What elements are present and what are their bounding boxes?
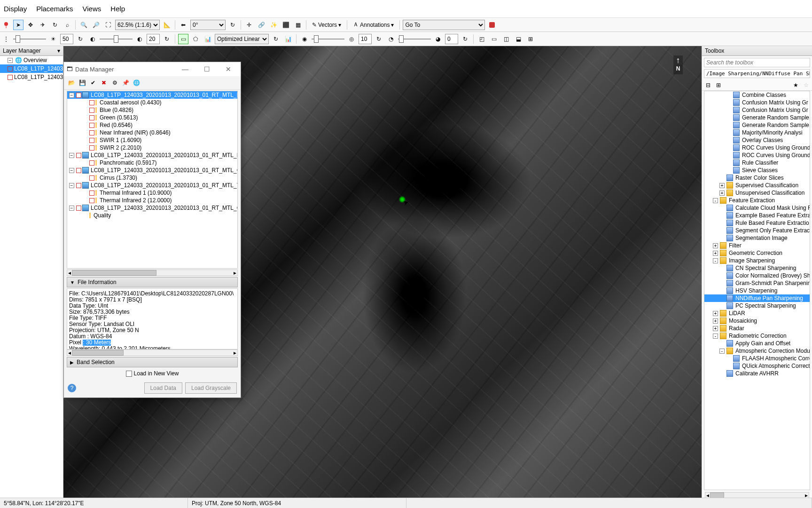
toolbox-tree-item[interactable]: Segment Only Feature Extract bbox=[704, 227, 810, 234]
refresh-icon[interactable]: ↻ bbox=[75, 34, 86, 44]
toolbox-tree-item[interactable]: Example Based Feature Extrac bbox=[704, 212, 810, 219]
data-tree-item[interactable]: Cirrus (1.3730) bbox=[67, 174, 237, 182]
zoom-box-icon[interactable]: ⌕ bbox=[62, 20, 72, 30]
portal-icon[interactable]: ◰ bbox=[476, 34, 487, 44]
toolbox-tree-item[interactable]: +Geometric Correction bbox=[704, 249, 810, 257]
toolbox-tree-item[interactable]: PC Spectral Sharpening bbox=[704, 302, 810, 310]
toolbox-tree-item[interactable]: ROC Curves Using Ground T bbox=[704, 144, 810, 151]
file-information-header[interactable]: ▼File Information bbox=[67, 277, 238, 287]
zoom-extent-icon[interactable]: ⛶ bbox=[103, 20, 113, 30]
minimize-icon[interactable]: — bbox=[176, 65, 195, 73]
favorite-off-icon[interactable]: ☆ bbox=[802, 81, 810, 89]
data-tree-item[interactable]: Quality bbox=[67, 212, 237, 219]
stretch-poly-icon[interactable]: ⬠ bbox=[190, 34, 201, 44]
grip-icon[interactable]: ⋮ bbox=[1, 34, 11, 44]
toolbox-tree-item[interactable]: Combine Classes bbox=[704, 91, 810, 99]
load-data-button[interactable]: Load Data bbox=[144, 382, 182, 394]
data-tree-item[interactable]: −LC08_L1TP_124033_20201013_20201013_01_R… bbox=[67, 204, 237, 212]
stop-icon[interactable] bbox=[487, 20, 497, 30]
pointer-icon[interactable]: ➤ bbox=[13, 20, 23, 30]
data-tree-item[interactable]: −LC08_L1TP_124033_20201013_20201013_01_R… bbox=[67, 151, 237, 159]
data-tree-item[interactable]: Coastal aerosol (0.4430) bbox=[67, 99, 237, 106]
layer-manager-tree[interactable]: −🌐Overview LC08_L1TP_124033_202 LC08_L1T… bbox=[0, 56, 63, 499]
toolbox-tree[interactable]: Combine ClassesConfusion Matrix Using Gr… bbox=[704, 91, 810, 490]
transparency-value[interactable] bbox=[445, 34, 458, 44]
toolbox-tree-item[interactable]: Calibrate AVHRR bbox=[704, 370, 810, 377]
manage-icon[interactable]: ⚙ bbox=[110, 78, 119, 87]
toolbox-tree-item[interactable]: Segmentation Image bbox=[704, 234, 810, 242]
menu-placemarks[interactable]: Placemarks bbox=[36, 5, 73, 13]
toolbox-tree-item[interactable]: CN Spectral Sharpening bbox=[704, 264, 810, 272]
measure-icon[interactable]: 📐 bbox=[162, 20, 172, 30]
stretch-combo[interactable]: Optimized Linear bbox=[215, 34, 269, 44]
toolbox-tree-item[interactable]: NNDiffuse Pan Sharpening bbox=[704, 294, 810, 302]
zoom-in-icon[interactable]: 🔍 bbox=[78, 20, 89, 30]
toolbox-search-input[interactable] bbox=[704, 58, 810, 67]
data-tree-item[interactable]: Red (0.6546) bbox=[67, 121, 237, 129]
refresh-north-icon[interactable]: ↻ bbox=[227, 20, 238, 30]
help-icon[interactable]: ? bbox=[68, 384, 76, 392]
data-tree-item[interactable]: Thermal Infrared 1 (10.9000) bbox=[67, 189, 237, 197]
favorite-icon[interactable]: ★ bbox=[791, 81, 800, 89]
annotations-dropdown[interactable]: ＡAnnotations▾ bbox=[350, 20, 397, 30]
sharpen-value[interactable] bbox=[359, 34, 372, 44]
rotation-combo[interactable]: 0° bbox=[190, 20, 226, 30]
close-file-icon[interactable]: ✖ bbox=[99, 78, 109, 87]
toolbox-tree-item[interactable]: -Image Sharpening bbox=[704, 257, 810, 264]
toolbox-tree-item[interactable]: -Atmospheric Correction Modul bbox=[704, 347, 810, 355]
refresh-icon[interactable]: ↻ bbox=[162, 34, 172, 44]
data-tree-item[interactable]: Near Infrared (NIR) (0.8646) bbox=[67, 129, 237, 136]
histogram-icon[interactable]: 📊 bbox=[203, 34, 213, 44]
brightness-value[interactable] bbox=[60, 34, 73, 44]
data-tree-item[interactable]: SWIR 1 (1.6090) bbox=[67, 136, 237, 144]
split-4-icon[interactable]: ⊞ bbox=[525, 34, 536, 44]
data-tree-item[interactable]: SWIR 2 (2.2010) bbox=[67, 144, 237, 151]
toolbox-tree-item[interactable]: -Radiometric Correction bbox=[704, 332, 810, 340]
toolbox-tree-item[interactable]: +Filter bbox=[704, 242, 810, 249]
toolbox-path[interactable]: /Image Sharpening/NNDiffuse Pan Sharpen bbox=[704, 69, 810, 78]
zoom-combo[interactable]: 62.5% (1:1.6) bbox=[115, 20, 160, 30]
panel-menu-icon[interactable]: ▾ bbox=[57, 48, 60, 54]
toolbox-tree-item[interactable]: Overlay Classes bbox=[704, 136, 810, 144]
toolbox-tree-item[interactable]: QUick Atmospheric Correct bbox=[704, 362, 810, 370]
split-v-icon[interactable]: ◫ bbox=[501, 34, 511, 44]
toolbox-tree-item[interactable]: HSV Sharpening bbox=[704, 287, 810, 294]
toolbox-tree-item[interactable]: +Mosaicking bbox=[704, 317, 810, 325]
data-tree-item[interactable]: −LC08_L1TP_124033_20201013_20201013_01_R… bbox=[67, 182, 237, 189]
toolbox-tree-item[interactable]: -Feature Extraction bbox=[704, 197, 810, 204]
data-tree-item[interactable]: Panchromatic (0.5917) bbox=[67, 159, 237, 167]
data-tree-item[interactable]: −LC08_L1TP_124033_20201013_20201013_01_R… bbox=[67, 91, 237, 99]
toolbox-tree-item[interactable]: Generate Random Sample Us bbox=[704, 121, 810, 129]
toolbox-tree-item[interactable]: Raster Color Slices bbox=[704, 174, 810, 182]
data-manager-tree[interactable]: −LC08_L1TP_124033_20201013_20201013_01_R… bbox=[67, 91, 238, 269]
histogram2-icon[interactable]: 📊 bbox=[283, 34, 293, 44]
toolbox-tree-item[interactable]: Rule Classifier bbox=[704, 159, 810, 167]
dialog-titlebar[interactable]: 🗔 Data Manager — ☐ ✕ bbox=[64, 62, 241, 76]
check-icon[interactable]: ✔ bbox=[88, 78, 98, 87]
data-tree-item[interactable]: Green (0.5613) bbox=[67, 114, 237, 121]
fileinfo-hscroll[interactable]: ◂▸ bbox=[67, 349, 238, 356]
close-icon[interactable]: ✕ bbox=[219, 65, 238, 73]
menu-views[interactable]: Views bbox=[83, 5, 102, 13]
load-in-new-view-checkbox[interactable]: Load in New View bbox=[64, 368, 241, 379]
toolbox-tree-item[interactable]: Sieve Classes bbox=[704, 167, 810, 174]
toolbox-tree-item[interactable]: Color Normalized (Brovey) Sh bbox=[704, 272, 810, 279]
pin-icon[interactable]: 📌 bbox=[121, 78, 130, 87]
roi-icon[interactable]: ⬛ bbox=[281, 20, 291, 30]
wand-icon[interactable]: ✨ bbox=[268, 20, 279, 30]
rotate-icon[interactable]: ↻ bbox=[50, 20, 60, 30]
toolbox-tree-item[interactable]: Gram-Schmidt Pan Sharpening bbox=[704, 279, 810, 287]
toolbox-tree-item[interactable]: Majority/Minority Analysi bbox=[704, 129, 810, 136]
transparency-slider[interactable] bbox=[398, 34, 431, 44]
data-tree-item[interactable]: −LC08_L1TP_124033_20201013_20201013_01_R… bbox=[67, 167, 237, 174]
refresh-icon[interactable]: ↻ bbox=[374, 34, 384, 44]
maximize-icon[interactable]: ☐ bbox=[197, 65, 216, 73]
data-manager-dialog[interactable]: 🗔 Data Manager — ☐ ✕ 📂 💾 ✔ ✖ ⚙ 📌 🌐 −LC08… bbox=[63, 62, 241, 398]
menu-display[interactable]: Display bbox=[4, 5, 27, 13]
band-selection-header[interactable]: ▶Band Selection bbox=[67, 357, 238, 367]
toolbox-tree-item[interactable]: +Unsupervised Classification bbox=[704, 189, 810, 197]
refresh-icon[interactable]: ↻ bbox=[271, 34, 281, 44]
view-icon[interactable]: ▭ bbox=[489, 34, 499, 44]
fly-icon[interactable]: ✈ bbox=[38, 20, 48, 30]
link-icon[interactable]: 🔗 bbox=[256, 20, 266, 30]
